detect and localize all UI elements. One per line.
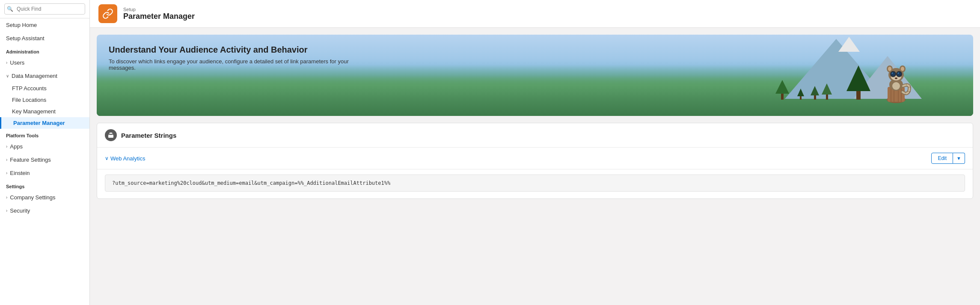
web-analytics-actions: Edit ▼ <box>931 153 965 164</box>
param-section-title: Parameter Strings <box>121 132 176 139</box>
hero-text: Understand Your Audience Activity and Be… <box>109 45 365 71</box>
search-icon: 🔍 <box>7 6 13 12</box>
param-strings-section: Parameter Strings ∨ Web Analytics Edit ▼… <box>97 123 973 199</box>
mountain-snow <box>838 37 860 52</box>
web-analytics-label: Web Analytics <box>110 155 145 162</box>
web-analytics-toggle[interactable]: ∨ Web Analytics <box>105 155 145 162</box>
sidebar-item-label: Company Settings <box>10 194 55 201</box>
nav-child-label: Parameter Manager <box>13 120 65 126</box>
sidebar-item-label: Einstein <box>10 170 30 176</box>
tree-2 <box>822 83 832 100</box>
page-title: Parameter Manager <box>123 12 195 21</box>
nav-section-administration: Administration <box>0 45 89 56</box>
search-bar: 🔍 <box>0 0 89 18</box>
sidebar-item-setup-home[interactable]: Setup Home <box>0 18 89 32</box>
svg-point-18 <box>892 73 893 74</box>
sidebar: 🔍 Setup Home Setup Assistant Administrat… <box>0 0 90 305</box>
nav-child-label: Key Management <box>12 108 56 115</box>
tree-1 <box>811 86 819 100</box>
svg-point-19 <box>898 73 899 74</box>
chevron-down-icon: ∨ <box>105 155 109 161</box>
page-header-icon <box>98 4 117 23</box>
chevron-right-icon: › <box>6 157 7 162</box>
chevron-down-icon: ∨ <box>6 74 9 78</box>
svg-rect-20 <box>895 73 897 75</box>
hero-banner: Understand Your Audience Activity and Be… <box>97 35 973 116</box>
sidebar-item-einstein[interactable]: › Einstein <box>0 166 89 180</box>
chevron-right-icon: › <box>6 171 7 175</box>
sidebar-item-company-settings[interactable]: › Company Settings <box>0 191 89 204</box>
sidebar-item-data-management[interactable]: ∨ Data Management <box>0 69 89 83</box>
chevron-right-icon: › <box>6 60 7 65</box>
chain-link-icon <box>102 8 113 19</box>
sidebar-item-label: Users <box>10 59 24 66</box>
sidebar-item-label: Setup Assistant <box>6 35 45 41</box>
chevron-right-icon: › <box>6 195 7 200</box>
svg-point-7 <box>892 82 900 90</box>
nav-section-platform-tools: Platform Tools <box>0 129 89 140</box>
nav-child-label: File Locations <box>12 97 46 103</box>
svg-point-21 <box>895 77 897 79</box>
mascot <box>879 57 913 100</box>
main-content: Setup Parameter Manager Understand Your … <box>90 0 980 305</box>
svg-point-11 <box>888 67 891 71</box>
svg-point-12 <box>901 67 904 71</box>
sidebar-item-ftp-accounts[interactable]: FTP Accounts <box>0 83 89 94</box>
sidebar-item-label: Setup Home <box>6 22 37 28</box>
sidebar-item-apps[interactable]: › Apps <box>0 140 89 153</box>
sidebar-item-feature-settings[interactable]: › Feature Settings <box>0 153 89 166</box>
nav-section-settings: Settings <box>0 180 89 191</box>
edit-button[interactable]: Edit <box>931 153 953 164</box>
search-input[interactable] <box>4 3 85 15</box>
hero-subtitle: To discover which links engage your audi… <box>109 58 365 71</box>
svg-point-17 <box>897 72 901 76</box>
sidebar-item-users[interactable]: › Users <box>0 56 89 69</box>
tree-3 <box>797 89 804 100</box>
setup-label: Setup <box>123 7 195 12</box>
tree-large <box>846 65 870 100</box>
param-header-icon <box>105 129 117 141</box>
param-string-value: ?utm_source=marketing%20cloud&utm_medium… <box>105 175 965 192</box>
svg-point-16 <box>891 72 895 76</box>
sidebar-item-label: Feature Settings <box>10 157 50 163</box>
header-text: Setup Parameter Manager <box>123 7 195 21</box>
sidebar-item-label: Data Management <box>12 73 57 79</box>
param-strings-header: Parameter Strings <box>97 123 973 148</box>
dropdown-arrow-icon: ▼ <box>956 156 961 161</box>
nav-child-label: FTP Accounts <box>12 85 47 92</box>
sidebar-item-setup-assistant[interactable]: Setup Assistant <box>0 32 89 45</box>
chevron-right-icon: › <box>6 144 7 149</box>
tree-4 <box>775 80 789 100</box>
sidebar-item-label: Security <box>10 207 30 214</box>
sidebar-item-file-locations[interactable]: File Locations <box>0 94 89 106</box>
sidebar-item-security[interactable]: › Security <box>0 204 89 217</box>
dropdown-button[interactable]: ▼ <box>953 153 965 164</box>
web-analytics-row: ∨ Web Analytics Edit ▼ <box>97 148 973 169</box>
hero-title: Understand Your Audience Activity and Be… <box>109 45 365 55</box>
sidebar-item-label: Apps <box>10 143 23 150</box>
sidebar-item-key-management[interactable]: Key Management <box>0 106 89 117</box>
sidebar-item-parameter-manager[interactable]: Parameter Manager <box>0 117 89 129</box>
page-header: Setup Parameter Manager <box>90 0 980 28</box>
chevron-right-icon: › <box>6 208 7 213</box>
